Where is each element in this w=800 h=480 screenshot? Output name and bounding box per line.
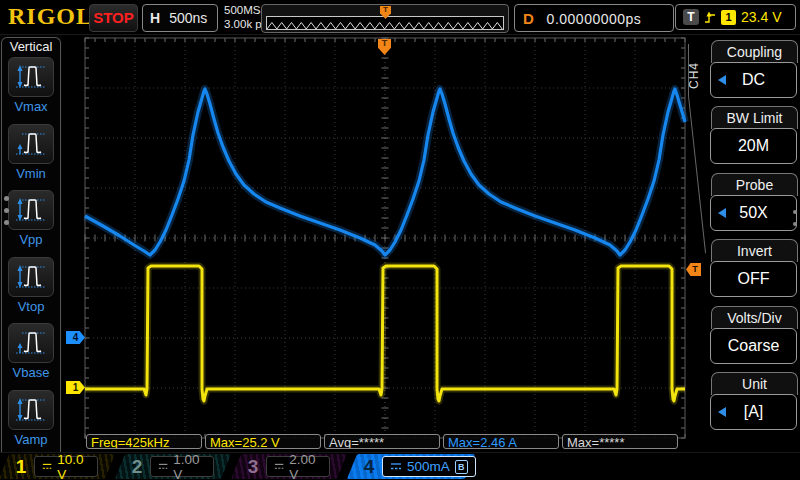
vtop-icon [8, 257, 54, 297]
left-measure-menu: Vertical VmaxVminVppVtopVbaseVamp [0, 35, 62, 455]
softkey-label-invert: Invert [711, 239, 798, 262]
channel-scale-box: 500mAB [382, 456, 476, 477]
channel-scale-value: 500mA [407, 459, 450, 474]
channel-scale-box: 10.0 V [34, 456, 98, 477]
measure-item-vamp[interactable]: Vamp [6, 390, 56, 447]
measure-item-label: Vamp [6, 432, 56, 447]
waveform-display [0, 0, 800, 480]
ch1-ground-marker[interactable]: 1 [66, 381, 85, 394]
left-menu-page-dot [4, 208, 9, 213]
rigol-logo: RIGOL [8, 3, 93, 30]
measure-item-label: Vmax [6, 99, 56, 114]
measure-item-vmin[interactable]: Vmin [6, 124, 56, 181]
softkey-value-unit[interactable]: [A] [710, 394, 797, 430]
softkey-value-probe[interactable]: 50X [710, 195, 797, 231]
softkey-value-invert[interactable]: OFF [710, 261, 797, 297]
measurement-readout-3: Avg=***** [324, 434, 440, 449]
vmin-icon [8, 124, 54, 164]
measurement-readout-4: Max=2.46 A [443, 434, 559, 449]
measure-item-vmax[interactable]: Vmax [6, 57, 56, 114]
channel-menu-tab: CH4 [687, 53, 703, 97]
top-status-bar: RIGOL STOP H 500ns 500MSa/s 3.00k pts T … [0, 0, 800, 35]
rising-edge-icon [704, 11, 716, 23]
left-menu-page-dot [4, 196, 9, 201]
channel-scale-box: 2.00 V [266, 456, 330, 477]
measure-item-label: Vbase [6, 365, 56, 380]
trigger-level-marker[interactable]: T [686, 263, 701, 276]
vpp-icon [8, 190, 54, 230]
measure-item-vbase[interactable]: Vbase [6, 323, 56, 380]
ch4-ground-marker[interactable]: 4 [66, 331, 85, 344]
dc-coupling-icon [158, 462, 168, 471]
channel-scale-value: 1.00 V [173, 452, 206, 480]
right-softkey-menu: CouplingDCBW Limit20MProbe50XInvertOFFVo… [706, 35, 800, 455]
softkey-value-bw-limit[interactable]: 20M [710, 128, 797, 164]
tab-outline [688, 96, 706, 253]
measurement-readout-5: Max=***** [562, 434, 678, 449]
oscilloscope-screen: RIGOL STOP H 500ns 500MSa/s 3.00k pts T … [0, 0, 800, 480]
channel-status-bar: 110.0 V21.00 V32.00 V4500mAB [0, 452, 800, 480]
channel-number: 2 [132, 456, 143, 478]
vbase-icon [8, 323, 54, 363]
bw-limit-icon: B [454, 460, 467, 474]
channel-number: 1 [16, 456, 27, 478]
right-menu-page-dot [793, 222, 797, 226]
right-menu-page-dot [793, 210, 797, 214]
dc-coupling-icon [42, 462, 52, 471]
measure-item-label: Vmin [6, 166, 56, 181]
measure-item-vpp[interactable]: Vpp [6, 190, 56, 247]
memory-waveform-preview: T [261, 4, 509, 33]
softkey-label-probe: Probe [711, 173, 798, 196]
left-arrow-icon [718, 75, 726, 85]
softkey-label-unit: Unit [711, 372, 798, 395]
left-menu-page-dot [4, 220, 9, 225]
vamp-icon [8, 390, 54, 430]
horizontal-label: H [150, 10, 160, 26]
channel-scale-box: 1.00 V [150, 456, 214, 477]
trigger-level-value: 23.4 V [741, 9, 781, 25]
vmax-icon [8, 57, 54, 97]
channel-1-button[interactable]: 110.0 V [0, 454, 115, 479]
softkey-value-coupling[interactable]: DC [710, 62, 797, 98]
delay-readout: D 0.00000000ps [514, 4, 674, 32]
tab-outline [688, 44, 689, 96]
channel-scale-value: 2.00 V [289, 452, 322, 480]
left-menu-title: Vertical [0, 39, 62, 54]
softkey-label-coupling: Coupling [711, 40, 798, 63]
channel-number: 3 [248, 456, 259, 478]
trigger-source-badge: 1 [721, 10, 736, 25]
timebase-value: 500ns [169, 10, 207, 26]
dc-coupling-icon [274, 462, 284, 471]
run-state-badge[interactable]: STOP [89, 4, 138, 32]
channel-number: 4 [364, 456, 375, 478]
dc-coupling-icon [390, 462, 402, 471]
trigger-label: T [683, 9, 699, 25]
preview-waveform [267, 20, 503, 31]
channel-2-button[interactable]: 21.00 V [115, 454, 231, 479]
delay-value: 0.00000000ps [515, 11, 673, 27]
measure-item-label: Vtop [6, 299, 56, 314]
measure-item-label: Vpp [6, 232, 56, 247]
softkey-label-volts-div: Volts/Div [711, 306, 798, 329]
measurement-readout-2: Max=25.2 V [205, 434, 321, 449]
channel-scale-value: 10.0 V [57, 452, 90, 480]
trigger-readout: T 1 23.4 V [675, 4, 796, 30]
left-arrow-icon [718, 208, 726, 218]
measure-item-vtop[interactable]: Vtop [6, 257, 56, 314]
softkey-value-volts-div[interactable]: Coarse [710, 328, 797, 364]
left-arrow-icon [718, 407, 726, 417]
channel-4-button[interactable]: 4500mAB [347, 454, 475, 479]
horizontal-timebase-box[interactable]: H 500ns [142, 4, 218, 32]
measurement-readout-1: Freq=425kHz [86, 434, 202, 449]
trigger-position-marker[interactable]: T [378, 39, 391, 55]
channel-3-button[interactable]: 32.00 V [231, 454, 347, 479]
softkey-label-bw-limit: BW Limit [711, 106, 798, 129]
